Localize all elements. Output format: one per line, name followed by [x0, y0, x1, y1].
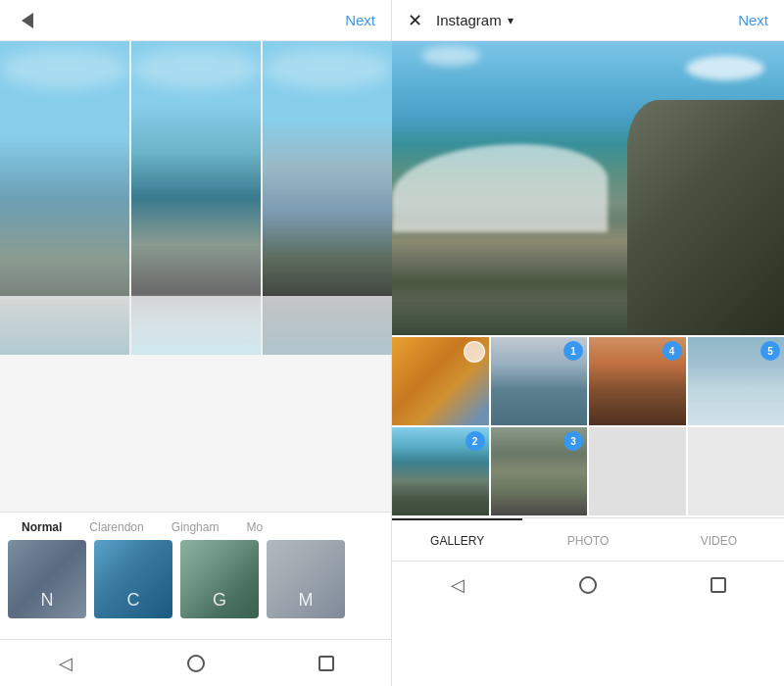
badge-1: 1	[564, 341, 583, 361]
badge-3: 3	[564, 431, 583, 451]
image-slot-1	[0, 41, 129, 355]
left-gap	[0, 355, 391, 512]
photo-grid: 1 4 5 2 3	[392, 335, 784, 517]
filter-m[interactable]: M	[267, 540, 345, 618]
left-next-button[interactable]: Next	[345, 12, 375, 28]
filter-normal[interactable]: N	[8, 540, 86, 618]
filter-normal-letter: N	[41, 590, 54, 611]
left-panel: Next Normal Clarendon Gingham Mo	[0, 0, 392, 686]
image-slot-2	[131, 41, 261, 355]
main-photo	[392, 41, 784, 335]
grid-cell-3[interactable]: 4	[589, 337, 686, 425]
grid-row-1: 1 4 5	[392, 337, 784, 425]
close-button[interactable]: ✕	[408, 10, 422, 31]
right-back-nav[interactable]: ◁	[446, 573, 469, 597]
grid-cell-5[interactable]: 2	[392, 427, 489, 515]
dropdown-icon[interactable]: ▾	[508, 14, 514, 27]
right-home-nav[interactable]	[576, 573, 600, 597]
left-home-nav[interactable]	[184, 652, 208, 675]
ocean-wave	[392, 144, 608, 232]
filter-labels: Normal Clarendon Gingham Mo	[0, 520, 391, 540]
right-header: ✕ Instagram ▾ Next	[392, 0, 784, 41]
grid-cell-2[interactable]: 1	[491, 337, 588, 425]
grid-row-2: 2 3	[392, 427, 784, 515]
grid-cell-4[interactable]: 5	[688, 337, 785, 425]
multiselect-icon-1	[464, 341, 485, 363]
left-square-nav[interactable]	[315, 652, 338, 675]
back-button[interactable]	[16, 9, 39, 32]
badge-2: 2	[466, 431, 485, 451]
tab-video[interactable]: VIDEO	[654, 518, 784, 561]
grid-cell-6[interactable]: 3	[491, 427, 588, 515]
tab-gallery[interactable]: GALLERY	[392, 518, 522, 561]
right-panel: ✕ Instagram ▾ Next 1 4	[392, 0, 784, 686]
right-nav-bar: ◁	[392, 561, 784, 608]
filter-thumbnails: N C G M	[0, 540, 391, 618]
image-slot-3	[263, 41, 392, 355]
grid-cell-empty-1	[589, 427, 686, 515]
bottom-tabs: GALLERY PHOTO VIDEO	[392, 517, 784, 561]
filter-label-normal[interactable]: Normal	[8, 520, 75, 534]
main-photo-bg	[392, 41, 784, 335]
tab-photo[interactable]: PHOTO	[522, 518, 653, 561]
right-header-left: ✕ Instagram ▾	[408, 10, 514, 31]
grid-cell-empty-2	[688, 427, 785, 515]
left-nav-bar: ◁	[0, 639, 391, 686]
left-back-nav[interactable]: ◁	[54, 652, 77, 675]
right-next-button[interactable]: Next	[738, 12, 768, 28]
filter-clarendon-letter: C	[127, 590, 140, 611]
account-name: Instagram	[436, 12, 502, 28]
filter-label-gingham[interactable]: Gingham	[158, 520, 233, 534]
filter-m-letter: M	[299, 590, 314, 611]
filter-label-mo[interactable]: Mo	[232, 520, 276, 534]
filter-gingham[interactable]: G	[180, 540, 259, 618]
rock-mass	[627, 100, 784, 335]
grid-cell-1[interactable]	[392, 337, 489, 425]
filter-clarendon[interactable]: C	[94, 540, 172, 618]
filter-section: Normal Clarendon Gingham Mo N C G M	[0, 512, 391, 639]
image-strip	[0, 41, 392, 355]
badge-5: 5	[760, 341, 780, 361]
filter-gingham-letter: G	[213, 590, 226, 611]
filter-label-clarendon[interactable]: Clarendon	[75, 520, 157, 534]
cloud-2	[421, 46, 480, 66]
badge-4: 4	[662, 341, 682, 361]
right-square-nav[interactable]	[707, 573, 730, 597]
cloud-1	[686, 56, 764, 80]
left-image-area	[0, 41, 392, 355]
left-header: Next	[0, 0, 391, 41]
